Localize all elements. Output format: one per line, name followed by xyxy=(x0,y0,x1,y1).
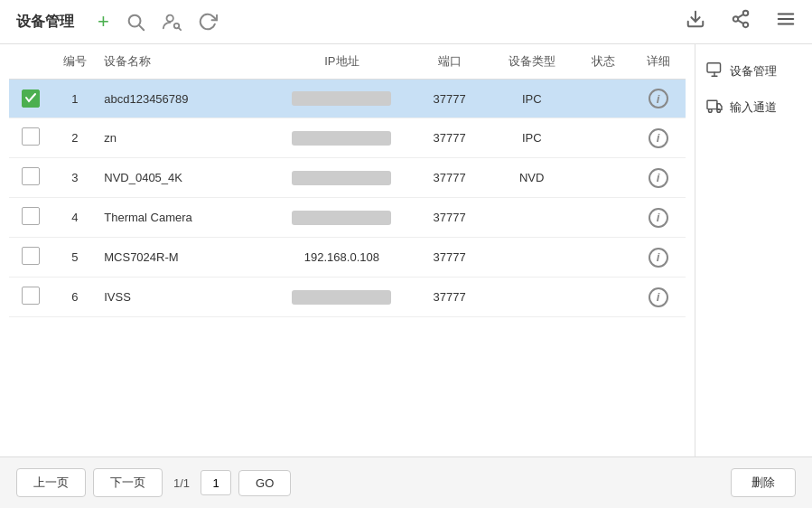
info-icon[interactable]: i xyxy=(649,168,668,188)
row-checkbox[interactable] xyxy=(22,127,40,146)
info-icon[interactable]: i xyxy=(649,89,668,108)
prev-page-button[interactable]: 上一页 xyxy=(16,468,86,497)
row-name: zn xyxy=(97,118,273,158)
svg-line-4 xyxy=(179,28,181,30)
col-detail: 详细 xyxy=(630,44,686,80)
sidebar-item-device-management[interactable]: 设备管理 xyxy=(695,53,812,89)
row-ip: 192.168.x.xxx xyxy=(273,80,411,118)
device-table: 编号 设备名称 IP地址 端口 设备类型 状态 详细 1abcd12345678… xyxy=(9,44,686,317)
main-content: 编号 设备名称 IP地址 端口 设备类型 状态 详细 1abcd12345678… xyxy=(0,44,812,456)
row-port: 37777 xyxy=(411,278,488,317)
col-ip: IP地址 xyxy=(273,44,411,80)
row-name: IVSS xyxy=(97,278,273,317)
row-checkbox[interactable] xyxy=(22,207,40,225)
col-status: 状态 xyxy=(575,44,630,80)
row-ip: 192.168.x.xxx xyxy=(273,198,411,238)
row-id: 3 xyxy=(53,158,98,198)
header: 设备管理 + xyxy=(0,0,812,44)
row-checkbox-cell xyxy=(9,278,53,317)
svg-rect-17 xyxy=(707,100,717,108)
row-type: IPC xyxy=(488,118,575,158)
col-type: 设备类型 xyxy=(488,44,575,80)
row-detail: i xyxy=(630,80,686,118)
row-detail: i xyxy=(630,198,686,238)
delete-button[interactable]: 删除 xyxy=(731,468,796,497)
row-checkbox[interactable] xyxy=(22,287,40,305)
table-header-row: 编号 设备名称 IP地址 端口 设备类型 状态 详细 xyxy=(9,44,686,80)
row-ip: 192.168.0.108 xyxy=(273,238,411,278)
svg-point-2 xyxy=(166,15,173,22)
row-detail: i xyxy=(630,278,686,317)
row-port: 37777 xyxy=(411,198,488,238)
page-title: 设备管理 xyxy=(16,13,74,32)
row-detail: i xyxy=(630,238,686,278)
truck-icon xyxy=(706,99,723,117)
svg-line-9 xyxy=(738,20,743,24)
footer: 上一页 下一页 1/1 GO 删除 xyxy=(0,456,812,508)
row-port: 37777 xyxy=(411,158,488,198)
add-button[interactable]: + xyxy=(98,10,109,33)
table-row: 4Thermal Camera192.168.x.xxx37777i xyxy=(9,198,686,238)
row-status xyxy=(575,198,630,238)
row-ip: 192.168.x.xxx xyxy=(273,158,411,198)
row-status xyxy=(575,278,630,317)
info-icon[interactable]: i xyxy=(649,248,668,268)
col-port: 端口 xyxy=(411,44,488,80)
share-icon[interactable] xyxy=(731,9,751,34)
page-input[interactable] xyxy=(201,470,231,495)
row-id: 5 xyxy=(53,238,98,278)
row-checkbox[interactable] xyxy=(22,89,40,108)
sidebar-label-input-channel: 输入通道 xyxy=(730,99,777,116)
row-port: 37777 xyxy=(411,80,488,118)
svg-line-1 xyxy=(139,25,144,30)
col-name: 设备名称 xyxy=(97,44,273,80)
table-row: 5MCS7024R-M192.168.0.10837777i xyxy=(9,238,686,278)
sidebar: 设备管理 输入通道 xyxy=(695,44,812,456)
sidebar-label-device-management: 设备管理 xyxy=(730,63,777,80)
menu-icon[interactable] xyxy=(776,9,796,34)
info-icon[interactable]: i xyxy=(649,208,668,228)
go-button[interactable]: GO xyxy=(238,470,291,496)
col-id: 编号 xyxy=(53,44,98,80)
row-checkbox-cell xyxy=(9,198,53,238)
device-table-area: 编号 设备名称 IP地址 端口 设备类型 状态 详细 1abcd12345678… xyxy=(0,44,695,456)
refresh-icon[interactable] xyxy=(198,12,218,32)
download-icon[interactable] xyxy=(686,9,705,34)
svg-point-18 xyxy=(708,109,712,113)
row-ip: 192.168.x.xxx xyxy=(273,278,411,317)
row-name: abcd123456789 xyxy=(97,80,273,118)
sidebar-item-input-channel[interactable]: 输入通道 xyxy=(695,89,812,126)
row-id: 2 xyxy=(53,118,98,158)
row-checkbox[interactable] xyxy=(22,247,40,265)
row-id: 6 xyxy=(53,278,98,317)
next-page-button[interactable]: 下一页 xyxy=(93,468,163,497)
row-checkbox[interactable] xyxy=(22,167,40,185)
row-status xyxy=(575,158,630,198)
col-checkbox xyxy=(9,44,53,80)
page-info: 1/1 xyxy=(173,476,190,490)
row-name: MCS7024R-M xyxy=(97,238,273,278)
row-type xyxy=(488,198,575,238)
svg-rect-14 xyxy=(707,63,721,72)
row-ip: 192.168.x.xxx xyxy=(273,118,411,158)
row-checkbox-cell xyxy=(9,158,53,198)
table-row: 3NVD_0405_4K192.168.x.xxx37777NVDi xyxy=(9,158,686,198)
row-status xyxy=(575,80,630,118)
row-id: 4 xyxy=(53,198,98,238)
table-row: 6IVSS192.168.x.xxx37777i xyxy=(9,278,686,317)
svg-point-19 xyxy=(717,109,721,113)
search-icon[interactable] xyxy=(126,12,145,32)
svg-line-10 xyxy=(738,14,743,18)
row-name: NVD_0405_4K xyxy=(97,158,273,198)
table-row: 1abcd123456789192.168.x.xxx37777IPCi xyxy=(9,80,686,118)
row-detail: i xyxy=(630,118,686,158)
info-icon[interactable]: i xyxy=(649,287,668,307)
row-type: IPC xyxy=(488,80,575,118)
person-search-icon[interactable] xyxy=(162,12,182,32)
table-row: 2zn192.168.x.xxx37777IPCi xyxy=(9,118,686,158)
row-checkbox-cell xyxy=(9,238,53,278)
row-name: Thermal Camera xyxy=(97,198,273,238)
info-icon[interactable]: i xyxy=(649,128,668,148)
row-status xyxy=(575,238,630,278)
row-checkbox-cell xyxy=(9,118,53,158)
